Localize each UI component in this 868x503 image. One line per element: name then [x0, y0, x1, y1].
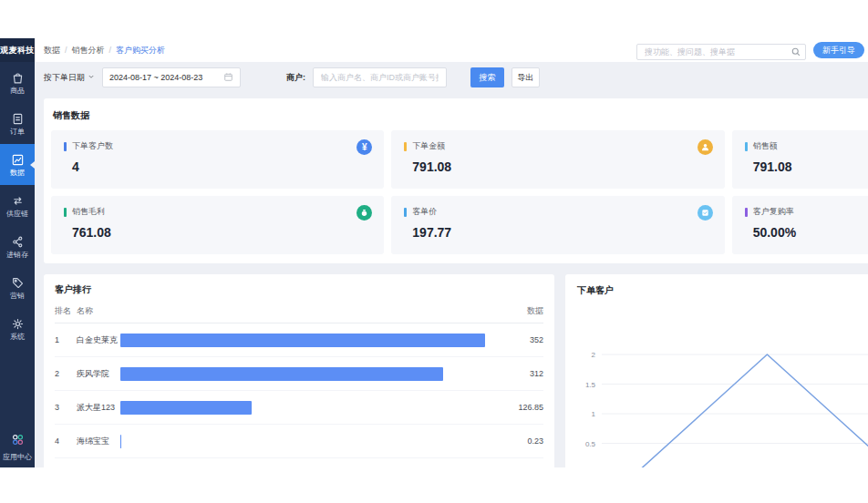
bar-cell: [120, 367, 485, 381]
breadcrumb: 数据/销售分析/客户购买分析: [44, 45, 165, 56]
ranking-bar: [120, 334, 485, 347]
export-button[interactable]: 导出: [512, 67, 540, 87]
sidebar-item-label: 应用中心: [3, 452, 32, 462]
ranking-column-header: 排名: [55, 305, 77, 317]
global-search-input[interactable]: [636, 44, 806, 60]
kpi-cards: 下单客户数4¥下单金额791.08销售额791.08销售毛利761.08客单价1…: [51, 130, 868, 254]
kpi-card-客户复购率: 客户复购率50.00%: [732, 196, 868, 254]
sidebar-item-系统[interactable]: 系统: [0, 308, 35, 349]
sidebar-item-label: 系统: [10, 333, 25, 341]
kpi-value: 197.77: [412, 225, 711, 240]
system-icon: [11, 317, 25, 331]
kpi-label: 客单价: [412, 206, 437, 218]
kpi-label: 销售额: [753, 140, 778, 152]
app-window: 观麦科技 商品订单数据供应链进销存营销系统 应用中心 数据/销售分析/客户购买分…: [0, 38, 868, 467]
marketing-icon: [11, 276, 25, 290]
kpi-label: 销售毛利: [72, 206, 105, 218]
kpi-card-header: 下单金额: [404, 140, 711, 152]
rank-cell: 1: [55, 335, 77, 344]
table-row: 4海绵宝宝0.23: [55, 425, 543, 458]
filter-bar: 按下单日期 2024-08-17 ~ 2024-08-23 商户: 搜索: [44, 67, 868, 87]
global-search: [636, 42, 806, 58]
kpi-card-header: 客户复购率: [745, 206, 868, 218]
name-cell: 白金史莱克: [77, 334, 120, 346]
beginner-guide-button[interactable]: 新手引导: [813, 42, 864, 58]
kpi-card-header: 下单客户数: [64, 140, 371, 152]
kpi-value: 791.08: [412, 159, 711, 174]
kpi-accent-bar: [64, 208, 67, 217]
value-cell: 312: [494, 369, 543, 378]
kpi-card-客单价: 客单价197.77: [391, 196, 724, 254]
ranking-column-header: 名称: [77, 305, 120, 317]
kpi-label: 下单金额: [412, 140, 445, 152]
kpi-value: 761.08: [72, 225, 371, 240]
ranking-table-body: 1白金史莱克3522疾风学院3123派大星123126.854海绵宝宝0.23: [55, 323, 543, 458]
bottom-row: 客户排行 排名名称数据 1白金史莱克3522疾风学院3123派大星123126.…: [44, 274, 868, 467]
customer-ranking-panel: 客户排行 排名名称数据 1白金史莱克3522疾风学院3123派大星123126.…: [44, 274, 554, 467]
kpi-value: 50.00%: [753, 225, 868, 240]
breadcrumb-separator: /: [65, 46, 67, 55]
check-badge-icon: [698, 205, 713, 221]
kpi-card-销售毛利: 销售毛利761.08: [51, 196, 384, 254]
topbar-right: 新手引导: [636, 42, 864, 58]
chevron-down-icon: [88, 73, 95, 82]
svg-text:1: 1: [592, 410, 596, 418]
sidebar-item-label: 商品: [10, 87, 25, 95]
sidebar-item-app-center[interactable]: 应用中心: [0, 433, 35, 467]
rank-cell: 2: [55, 369, 77, 378]
kpi-accent-bar: [745, 142, 748, 151]
brand-logo: 观麦科技: [0, 38, 35, 62]
ranking-bar: [120, 435, 121, 448]
main-content: 按下单日期 2024-08-17 ~ 2024-08-23 商户: 搜索: [35, 62, 868, 467]
sidebar-item-营销[interactable]: 营销: [0, 267, 35, 308]
date-range-input[interactable]: 2024-08-17 ~ 2024-08-23: [102, 67, 241, 87]
table-row: 1白金史莱克352: [55, 323, 543, 357]
value-cell: 126.85: [494, 403, 543, 412]
ranking-table-header: 排名名称数据: [55, 300, 543, 323]
ranking-column-header: 数据: [494, 305, 543, 317]
date-type-dropdown[interactable]: 按下单日期: [44, 72, 95, 84]
sidebar-item-数据[interactable]: 数据: [0, 144, 35, 185]
kpi-card-下单金额: 下单金额791.08: [391, 130, 724, 189]
screenshot-canvas: 观麦科技 商品订单数据供应链进销存营销系统 应用中心 数据/销售分析/客户购买分…: [0, 0, 868, 503]
value-cell: 0.23: [494, 436, 543, 446]
table-row: 2疾风学院312: [55, 357, 543, 391]
sidebar-item-进销存[interactable]: 进销存: [0, 226, 35, 267]
svg-text:2: 2: [592, 351, 596, 359]
merchant-search-input[interactable]: [313, 67, 447, 87]
kpi-card-销售额: 销售额791.08: [732, 130, 868, 189]
bar-cell: [120, 435, 485, 448]
search-icon: [790, 45, 801, 61]
app-center-icon: [11, 433, 25, 450]
value-cell: 352: [494, 335, 543, 344]
kpi-accent-bar: [745, 208, 748, 217]
kpi-card-下单客户数: 下单客户数4¥: [51, 130, 384, 189]
bar-cell: [120, 401, 485, 415]
orders-chart-panel: 下单客户 21.510.502024-08-172024-08-182024-0…: [565, 274, 868, 467]
search-button[interactable]: 搜索: [470, 67, 504, 87]
merchant-label: 商户:: [286, 72, 305, 84]
kpi-label: 客户复购率: [753, 206, 794, 218]
topbar: 数据/销售分析/客户购买分析 新手引导: [35, 38, 868, 62]
breadcrumb-item[interactable]: 客户购买分析: [116, 45, 165, 56]
ranking-bar: [120, 401, 252, 415]
sidebar-nav: 商品订单数据供应链进销存营销系统: [0, 62, 35, 349]
bar-cell: [120, 334, 485, 347]
inventory-icon: [11, 235, 25, 249]
bag-icon: [11, 71, 25, 85]
breadcrumb-item[interactable]: 数据: [44, 45, 60, 56]
kpi-accent-bar: [404, 208, 407, 217]
kpi-card-header: 销售毛利: [64, 206, 371, 218]
sidebar-item-供应链[interactable]: 供应链: [0, 185, 35, 226]
sidebar-item-label: 进销存: [6, 251, 28, 259]
breadcrumb-item[interactable]: 销售分析: [72, 45, 105, 56]
name-cell: 派大星123: [77, 402, 120, 414]
orders-chart-title: 下单客户: [577, 284, 868, 297]
sidebar-item-商品[interactable]: 商品: [0, 62, 35, 103]
kpi-value: 791.08: [753, 159, 868, 174]
sidebar-item-订单[interactable]: 订单: [0, 103, 35, 144]
order-icon: [11, 112, 25, 126]
svg-text:0.5: 0.5: [585, 440, 596, 448]
yen-icon: ¥: [356, 139, 372, 155]
sales-data-panel: 销售数据 下单客户数4¥下单金额791.08销售额791.08销售毛利761.0…: [44, 98, 868, 263]
